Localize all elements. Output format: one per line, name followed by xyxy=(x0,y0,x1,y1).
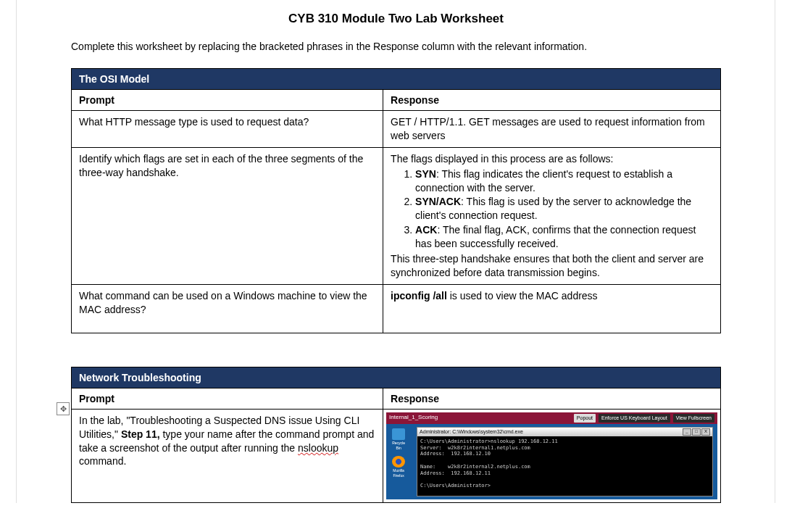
table-row: In the lab, "Troubleshooting a Suspected… xyxy=(72,409,721,502)
fullscreen-button[interactable]: View Fullscreen xyxy=(673,414,714,422)
response-cell[interactable]: ipconfig /all is used to view the MAC ad… xyxy=(383,284,721,333)
document-content: CYB 310 Module Two Lab Worksheet Complet… xyxy=(0,0,792,503)
instructions-text: Complete this worksheet by replacing the… xyxy=(71,41,721,52)
section-header: The OSI Model xyxy=(72,69,721,90)
column-header-prompt: Prompt xyxy=(72,388,383,409)
icon-label: Recycle Bin xyxy=(391,441,407,451)
prompt-step: Step 11, xyxy=(121,428,160,440)
flag-name: ACK xyxy=(415,224,437,236)
column-header-prompt: Prompt xyxy=(72,90,383,111)
command-text: ipconfig /all xyxy=(391,290,447,302)
flag-desc: : The final flag, ACK, confirms that the… xyxy=(415,224,696,249)
minimize-button[interactable]: _ xyxy=(683,428,691,436)
window-controls: _ □ X xyxy=(683,428,710,436)
vm-top-bar-controls: Popout Enforce US Keyboard Layout View F… xyxy=(574,414,714,422)
response-cell[interactable]: The flags displayed in this process are … xyxy=(383,147,721,284)
flag-list: SYN: This flag indicates the client's re… xyxy=(391,167,713,251)
prompt-cell: What command can be used on a Windows ma… xyxy=(72,284,383,333)
browser-icon xyxy=(392,456,405,467)
popout-button[interactable]: Popout xyxy=(574,414,596,422)
flag-name: SYN/ACK xyxy=(415,196,461,207)
table-section-row: The OSI Model xyxy=(72,69,721,90)
section-header: Network Troubleshooting xyxy=(72,367,721,388)
prompt-part: command. xyxy=(79,455,126,467)
maximize-button[interactable]: □ xyxy=(692,428,701,436)
embedded-screenshot: Internal_1_Scoring Popout Enforce US Key… xyxy=(386,412,717,499)
prompt-cell: Identify which flags are set in each of … xyxy=(72,147,383,284)
flag-desc: : This flag indicates the client's reque… xyxy=(415,168,672,194)
table-section-row: Network Troubleshooting xyxy=(72,367,721,388)
vm-top-bar: Internal_1_Scoring Popout Enforce US Key… xyxy=(386,412,717,424)
keyboard-button[interactable]: Enforce US Keyboard Layout xyxy=(599,414,670,422)
firefox-icon[interactable]: Mozilla Firefox xyxy=(391,456,407,478)
response-cell[interactable]: Internal_1_Scoring Popout Enforce US Key… xyxy=(383,409,721,502)
prompt-cell: In the lab, "Troubleshooting a Suspected… xyxy=(72,409,383,502)
column-header-response: Response xyxy=(383,388,721,409)
prompt-command-word: nslookup xyxy=(298,442,338,454)
cmd-output: C:\Users\Administrator>nslookup 192.168.… xyxy=(417,436,712,491)
cmd-title-bar: Administrator: C:\Windows\system32\cmd.e… xyxy=(417,428,712,436)
trash-icon xyxy=(392,428,405,440)
command-prompt-window[interactable]: Administrator: C:\Windows\system32\cmd.e… xyxy=(417,427,713,496)
page-title: CYB 310 Module Two Lab Worksheet xyxy=(71,12,721,26)
response-intro: The flags displayed in this process are … xyxy=(391,153,613,165)
recycle-bin-icon[interactable]: Recycle Bin xyxy=(391,428,407,451)
icon-label: Mozilla Firefox xyxy=(391,468,407,478)
cmd-title-text: Administrator: C:\Windows\system32\cmd.e… xyxy=(420,428,523,435)
column-header-response: Response xyxy=(383,90,721,111)
list-item: ACK: The final flag, ACK, confirms that … xyxy=(415,223,713,251)
network-troubleshooting-table: Network Troubleshooting Prompt Response … xyxy=(71,367,721,503)
table-row: What command can be used on a Windows ma… xyxy=(72,284,721,333)
flag-name: SYN xyxy=(415,168,436,180)
response-cell[interactable]: GET / HTTP/1.1. GET messages are used to… xyxy=(383,111,721,148)
response-rest: is used to view the MAC address xyxy=(447,290,598,302)
document-page: CYB 310 Module Two Lab Worksheet Complet… xyxy=(0,0,792,503)
table-header-row: Prompt Response xyxy=(72,90,721,111)
table-anchor-icon[interactable]: ✥ xyxy=(57,402,70,415)
list-item: SYN/ACK: This flag is used by the server… xyxy=(415,195,713,223)
response-outro: This three-step handshake ensures that b… xyxy=(391,253,704,278)
vm-title: Internal_1_Scoring xyxy=(389,414,438,422)
table-row: What HTTP message type is used to reques… xyxy=(72,111,721,148)
prompt-cell: What HTTP message type is used to reques… xyxy=(72,111,383,148)
vm-desktop-icons: Recycle Bin Mozilla Firefox xyxy=(391,428,407,478)
list-item: SYN: This flag indicates the client's re… xyxy=(415,167,713,195)
table-row: Identify which flags are set in each of … xyxy=(72,147,721,284)
close-button[interactable]: X xyxy=(701,428,710,436)
table-header-row: Prompt Response xyxy=(72,388,721,409)
osi-model-table: The OSI Model Prompt Response What HTTP … xyxy=(71,68,721,333)
